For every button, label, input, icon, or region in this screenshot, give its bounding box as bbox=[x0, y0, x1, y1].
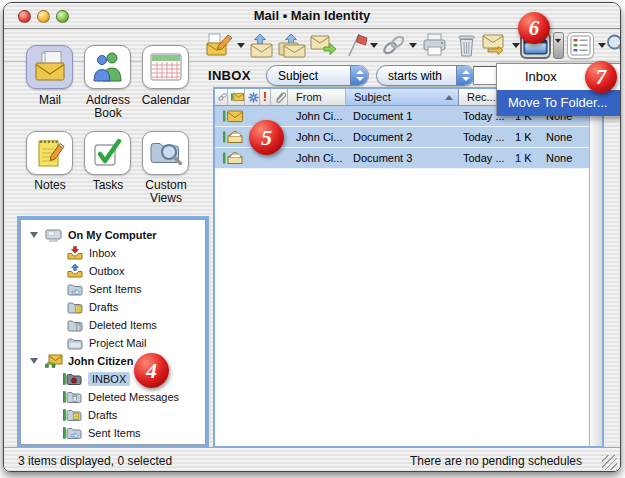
cell-received: Today ... bbox=[455, 131, 511, 143]
imap-deleted-icon bbox=[63, 390, 82, 404]
send-receive-dropdown-arrow[interactable] bbox=[512, 43, 520, 48]
cell-from: John Ci... bbox=[288, 152, 345, 164]
link-icon[interactable] bbox=[381, 34, 406, 57]
imap-inbox-icon bbox=[63, 372, 82, 386]
notes-icon bbox=[34, 137, 66, 169]
nav-label-notes: Notes bbox=[19, 179, 81, 192]
vertical-scrollbar[interactable] bbox=[589, 89, 602, 446]
list-body: John Ci... Document 1 Today ... 1 K None… bbox=[215, 106, 602, 446]
tree-item-imap-inbox[interactable]: INBOX bbox=[21, 370, 205, 388]
cell-from: John Ci... bbox=[288, 131, 345, 143]
unread-message-icon bbox=[223, 109, 244, 123]
flag-dropdown-arrow[interactable] bbox=[370, 43, 378, 48]
nav-button-custom-views[interactable] bbox=[142, 131, 189, 175]
menu-item-move-to-folder[interactable]: Move To Folder... bbox=[497, 90, 621, 116]
drafts-folder-icon bbox=[67, 301, 83, 314]
nav-label-tasks: Tasks bbox=[77, 179, 139, 192]
nav-button-address-book[interactable] bbox=[84, 45, 131, 89]
compose-dropdown-arrow[interactable] bbox=[237, 43, 245, 48]
from-column-header[interactable]: From bbox=[288, 89, 346, 105]
link-dropdown-arrow[interactable] bbox=[409, 43, 417, 48]
items-displayed-status: 3 items displayed, 0 selected bbox=[18, 454, 172, 468]
cell-size: 1 K bbox=[511, 131, 538, 143]
cell-categories: None bbox=[538, 152, 582, 164]
popup-arrows-icon bbox=[456, 66, 474, 85]
reply-all-icon[interactable] bbox=[278, 33, 306, 58]
nav-label-address-book: Address Book bbox=[77, 94, 139, 120]
filter-operator-value: starts with bbox=[388, 69, 442, 83]
tree-item-deleted-items[interactable]: Deleted Items bbox=[21, 316, 205, 334]
send-receive-icon[interactable] bbox=[482, 33, 510, 58]
nav-button-notes[interactable] bbox=[26, 131, 73, 175]
popup-arrows-icon bbox=[350, 66, 368, 85]
links-column-header[interactable] bbox=[215, 89, 228, 105]
reply-icon[interactable] bbox=[249, 33, 275, 58]
filter-operator-dropdown[interactable]: starts with bbox=[376, 65, 475, 86]
print-icon[interactable] bbox=[422, 33, 448, 57]
nav-button-calendar[interactable] bbox=[142, 45, 189, 89]
sort-ascending-icon bbox=[445, 95, 453, 100]
read-message-icon bbox=[223, 130, 244, 144]
inbox-tray-icon bbox=[67, 246, 83, 260]
filter-field-value: Subject bbox=[278, 69, 318, 83]
tree-item-outbox[interactable]: Outbox bbox=[21, 262, 205, 280]
tree-item-imap-deleted-messages[interactable]: Deleted Messages bbox=[21, 388, 205, 406]
tree-item-imap-sent-items[interactable]: Sent Items bbox=[21, 424, 205, 442]
priority-column-header[interactable]: ! bbox=[260, 89, 271, 105]
tree-item-inbox[interactable]: Inbox bbox=[21, 244, 205, 262]
nav-label-custom-views: Custom Views bbox=[135, 179, 197, 205]
callout-badge-7: 7 bbox=[585, 61, 617, 93]
cell-subject: Document 3 bbox=[345, 152, 455, 164]
sent-folder-icon bbox=[67, 283, 83, 296]
callout-badge-4: 4 bbox=[134, 353, 169, 388]
callout-badge-6: 6 bbox=[518, 12, 550, 44]
nav-label-mail: Mail bbox=[19, 94, 81, 107]
cell-categories: None bbox=[538, 131, 582, 143]
tree-item-project-mail[interactable]: Project Mail bbox=[21, 334, 205, 352]
outbox-tray-icon bbox=[67, 264, 83, 278]
tree-item-drafts[interactable]: Drafts bbox=[21, 298, 205, 316]
nav-button-mail[interactable] bbox=[26, 45, 73, 89]
move-to-folder-dropdown-button[interactable] bbox=[553, 32, 564, 59]
cell-from: John Ci... bbox=[288, 110, 345, 122]
cell-size: 1 K bbox=[511, 152, 538, 164]
subject-column-header[interactable]: Subject bbox=[346, 89, 459, 105]
compose-icon[interactable] bbox=[206, 32, 233, 57]
mail-icon bbox=[33, 51, 67, 83]
folder-icon bbox=[67, 337, 83, 350]
cell-received: Today ... bbox=[455, 152, 511, 164]
tree-item-sent-items[interactable]: Sent Items bbox=[21, 280, 205, 298]
tasks-icon bbox=[92, 138, 124, 168]
tree-section-john-citizen[interactable]: John Citizen bbox=[21, 352, 205, 370]
computer-icon bbox=[45, 228, 62, 242]
categories-button[interactable] bbox=[567, 32, 594, 59]
account-icon bbox=[45, 354, 63, 368]
cell-subject: Document 1 bbox=[345, 110, 455, 122]
online-status-column-header[interactable] bbox=[228, 89, 245, 105]
callout-badge-5: 5 bbox=[249, 120, 284, 155]
custom-views-icon bbox=[149, 138, 183, 168]
cell-subject: Document 2 bbox=[345, 131, 455, 143]
folder-tree-panel: On My Computer Inbox Outbox Sent Items D… bbox=[20, 219, 206, 445]
forward-icon[interactable] bbox=[310, 33, 337, 58]
nav-button-tasks[interactable] bbox=[84, 131, 131, 175]
resize-grip[interactable] bbox=[602, 455, 617, 470]
status-bar: 3 items displayed, 0 selected There are … bbox=[4, 447, 620, 472]
category-column-header[interactable] bbox=[245, 89, 260, 105]
current-folder-label: INBOX bbox=[208, 68, 251, 83]
flag-icon[interactable] bbox=[342, 32, 368, 58]
selected-tree-item-label: INBOX bbox=[88, 372, 130, 386]
nav-label-calendar: Calendar bbox=[135, 94, 197, 107]
search-icon[interactable] bbox=[605, 33, 621, 57]
mail-window: Mail • Main Identity bbox=[3, 2, 621, 472]
delete-icon[interactable] bbox=[455, 33, 478, 58]
disclosure-triangle-icon[interactable] bbox=[30, 358, 38, 364]
attachment-column-header[interactable] bbox=[271, 89, 288, 105]
imap-sent-icon bbox=[63, 426, 82, 440]
tree-section-on-my-computer[interactable]: On My Computer bbox=[21, 226, 205, 244]
deleted-folder-icon bbox=[67, 319, 83, 332]
address-book-icon bbox=[93, 51, 123, 83]
filter-field-dropdown[interactable]: Subject bbox=[266, 65, 369, 86]
disclosure-triangle-icon[interactable] bbox=[30, 232, 38, 238]
tree-item-imap-drafts[interactable]: Drafts bbox=[21, 406, 205, 424]
